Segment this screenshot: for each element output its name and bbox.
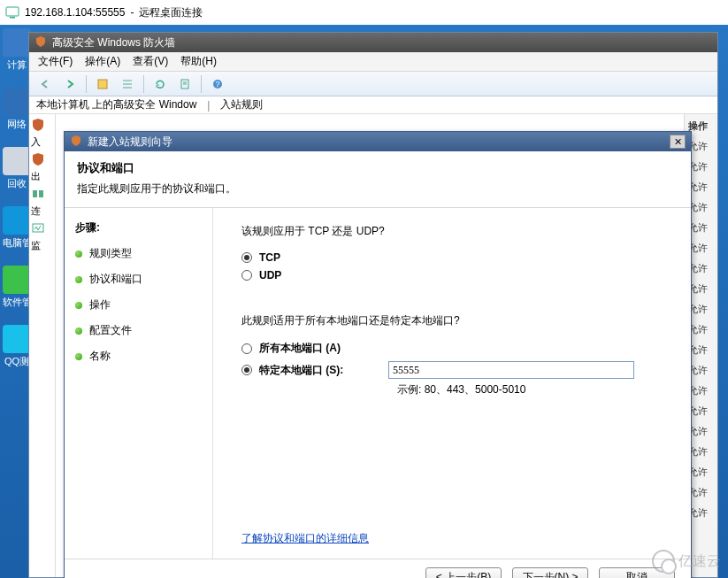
help-button[interactable]: ? — [207, 74, 228, 94]
step-rule-type[interactable]: 规则类型 — [75, 246, 202, 261]
ports-input[interactable] — [388, 361, 634, 379]
bullet-icon — [75, 328, 82, 335]
menu-action[interactable]: 操作(A) — [85, 54, 120, 69]
firewall-toolbar: ? — [29, 72, 717, 96]
rdp-address: 192.168.1.104:55555 — [25, 6, 125, 19]
rdp-titlebar: 192.168.1.104:55555 - 远程桌面连接 — [0, 0, 728, 25]
firewall-title: 高级安全 Windows 防火墙 — [52, 35, 175, 50]
export-button[interactable] — [174, 74, 195, 94]
firewall-breadcrumb: 本地计算机 上的高级安全 Window | 入站规则 — [29, 96, 717, 114]
rdp-icon — [5, 5, 19, 19]
step-protocol-ports[interactable]: 协议和端口 — [75, 272, 202, 287]
watermark: 亿速云 — [652, 550, 721, 573]
remote-desktop: 计算 网络 回收 电脑管 软件管 QQ测 高级安全 Windows 防火墙 文件… — [0, 25, 728, 578]
wizard-footer: < 上一步(B) 下一步(N) > 取消 — [65, 559, 691, 578]
radio-icon[interactable] — [241, 365, 252, 375]
learn-more-link[interactable]: 了解协议和端口的详细信息 — [241, 531, 369, 546]
radio-tcp[interactable]: TCP — [241, 251, 673, 264]
next-button[interactable]: 下一步(N) > — [512, 567, 588, 578]
rdp-title-suffix: 远程桌面连接 — [139, 5, 203, 20]
shield-icon — [34, 35, 47, 50]
wizard-titlebar[interactable]: 新建入站规则向导 ✕ — [65, 132, 691, 151]
actions-header: 操作 — [688, 119, 714, 133]
radio-icon[interactable] — [241, 270, 252, 281]
inbound-rules-icon[interactable] — [31, 118, 45, 132]
radio-udp[interactable]: UDP — [241, 269, 673, 281]
wizard-header: 协议和端口 指定此规则应用于的协议和端口。 — [65, 151, 691, 208]
bullet-icon — [75, 353, 82, 360]
inbound-rule-wizard: 新建入站规则向导 ✕ 协议和端口 指定此规则应用于的协议和端口。 步骤: 规则类… — [64, 131, 692, 578]
wizard-header-title: 协议和端口 — [77, 160, 678, 176]
svg-rect-1 — [10, 17, 15, 19]
firewall-menubar: 文件(F) 操作(A) 查看(V) 帮助(H) — [29, 52, 717, 72]
menu-help[interactable]: 帮助(H) — [180, 54, 217, 69]
wizard-steps: 步骤: 规则类型 协议和端口 操作 配置文件 名称 — [65, 208, 213, 559]
ports-question: 此规则适用于所有本地端口还是特定本地端口? — [241, 313, 673, 328]
menu-view[interactable]: 查看(V) — [133, 54, 168, 69]
step-profile[interactable]: 配置文件 — [75, 323, 202, 338]
close-button[interactable]: ✕ — [670, 135, 686, 149]
list-button[interactable] — [117, 74, 138, 94]
steps-heading: 步骤: — [75, 220, 202, 235]
back-button[interactable] — [34, 74, 56, 94]
step-action[interactable]: 操作 — [75, 297, 202, 312]
shield-icon — [70, 135, 82, 150]
bullet-icon — [75, 250, 82, 258]
protocol-question: 该规则应用于 TCP 还是 UDP? — [241, 224, 673, 239]
firewall-titlebar[interactable]: 高级安全 Windows 防火墙 — [29, 33, 717, 52]
wizard-header-desc: 指定此规则应用于的协议和端口。 — [77, 181, 678, 197]
radio-all-ports[interactable]: 所有本地端口 (A) — [241, 341, 673, 356]
step-name[interactable]: 名称 — [75, 349, 202, 364]
monitoring-icon[interactable] — [31, 221, 45, 235]
radio-specific-ports[interactable]: 特定本地端口 (S): — [241, 363, 388, 378]
menu-file[interactable]: 文件(F) — [38, 54, 73, 69]
connection-rules-icon[interactable] — [31, 187, 45, 201]
svg-rect-0 — [6, 7, 19, 16]
radio-icon[interactable] — [241, 343, 252, 354]
ports-example: 示例: 80、443、5000-5010 — [397, 382, 673, 397]
forward-button[interactable] — [59, 74, 80, 94]
wizard-title: 新建入站规则向导 — [88, 135, 172, 150]
svg-rect-7 — [39, 190, 43, 197]
bullet-icon — [75, 276, 82, 283]
svg-rect-6 — [33, 190, 37, 197]
radio-icon[interactable] — [241, 252, 252, 263]
outbound-rules-icon[interactable] — [31, 152, 45, 166]
add-button[interactable] — [92, 74, 113, 94]
wizard-content: 该规则应用于 TCP 还是 UDP? TCP UDP 此规则适用于所有本地端口还… — [213, 208, 691, 559]
svg-rect-2 — [98, 80, 107, 89]
watermark-icon — [652, 550, 675, 573]
firewall-tree: 入 出 连 监 — [29, 114, 56, 577]
bullet-icon — [75, 302, 82, 309]
svg-text:?: ? — [215, 80, 219, 89]
back-button[interactable]: < 上一步(B) — [425, 567, 502, 578]
refresh-button[interactable] — [149, 74, 171, 94]
